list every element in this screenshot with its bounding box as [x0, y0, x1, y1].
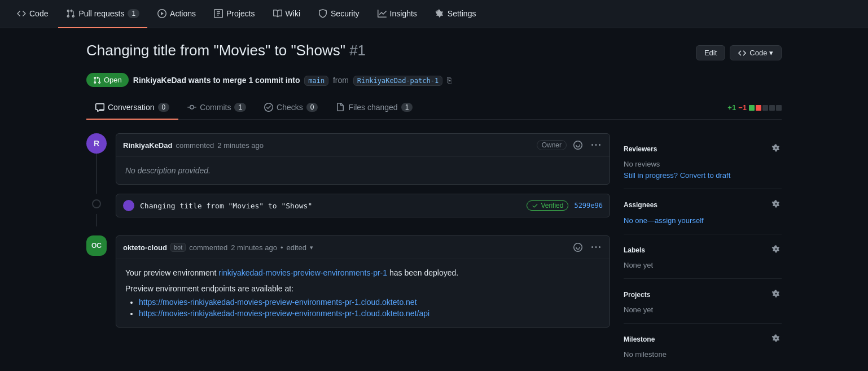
- timeline-left-commit: [86, 194, 107, 226]
- diff-blocks: [749, 105, 782, 111]
- bot-comment-body: Your preview environment rinkiyakedad-mo…: [116, 259, 610, 327]
- edited-label[interactable]: edited: [286, 243, 306, 252]
- projects-value: None yet: [624, 305, 782, 314]
- bot-comment-header-left: okteto-cloud bot commented 2 minutes ago…: [123, 243, 313, 252]
- base-branch: main: [304, 76, 328, 86]
- avatar-rinkiyakedad: R: [86, 133, 107, 154]
- assignees-header: Assignees: [624, 198, 782, 211]
- labels-gear-button[interactable]: [770, 243, 782, 256]
- tab-commits[interactable]: Commits 1: [178, 96, 255, 120]
- chevron-down-icon: ▾: [310, 244, 313, 251]
- milestone-gear-button[interactable]: [770, 333, 782, 346]
- commit-hash[interactable]: 5299e96: [574, 202, 603, 209]
- commit-row-wrapper: Changing title from "Movies" to "Shows" …: [86, 194, 610, 226]
- nav-security[interactable]: Security: [310, 0, 367, 28]
- milestone-header: Milestone: [624, 333, 782, 346]
- endpoint-url-1[interactable]: https://movies-rinkiyakedad-movies-previ…: [139, 298, 417, 307]
- bot-badge: bot: [170, 243, 186, 252]
- nav-insights[interactable]: Insights: [370, 0, 425, 28]
- more-options-button-1[interactable]: [589, 138, 603, 152]
- timeline: R RinkiyaKeDad commented 2 minutes ago: [86, 133, 610, 368]
- bot-intro-text: Your preview environment rinkiyakedad-mo…: [125, 268, 600, 277]
- top-nav: Code Pull requests 1 Actions Projects Wi…: [0, 0, 868, 28]
- tab-conversation[interactable]: Conversation 0: [86, 96, 178, 120]
- code-button[interactable]: Code ▾: [730, 45, 782, 60]
- nav-actions[interactable]: Actions: [150, 0, 204, 28]
- assignees-gear-button[interactable]: [770, 198, 782, 211]
- copy-icon[interactable]: ⎘: [447, 76, 451, 85]
- pr-title: Changing title from "Movies" to "Shows" …: [86, 42, 366, 59]
- assign-yourself-link[interactable]: No one—assign yourself: [624, 216, 704, 225]
- diff-stats: +1 −1: [727, 103, 782, 112]
- nav-code[interactable]: Code: [9, 0, 56, 28]
- endpoint-list: https://movies-rinkiyakedad-movies-previ…: [125, 298, 600, 318]
- nav-projects-label: Projects: [226, 9, 255, 18]
- add-reaction-button-bot[interactable]: [571, 241, 585, 254]
- diff-block-2: [756, 105, 761, 111]
- tab-files-changed[interactable]: Files changed 1: [327, 96, 422, 120]
- timeline-right-commit: Changing title from "Movies" to "Shows" …: [116, 194, 610, 226]
- endpoints-text: Preview environment endpoints are availa…: [125, 284, 600, 293]
- nav-wiki[interactable]: Wiki: [265, 0, 308, 28]
- assignees-title: Assignees: [624, 201, 657, 209]
- nav-wiki-label: Wiki: [286, 9, 300, 18]
- checks-count: 0: [306, 103, 318, 112]
- projects-gear-button[interactable]: [770, 288, 782, 301]
- edit-button[interactable]: Edit: [696, 45, 725, 60]
- timeline-right-bot: okteto-cloud bot commented 2 minutes ago…: [116, 235, 610, 337]
- commit-author-avatar: [123, 200, 134, 211]
- timeline-line-1: [96, 154, 97, 194]
- nav-projects[interactable]: Projects: [206, 0, 263, 28]
- nav-pull-requests[interactable]: Pull requests 1: [58, 0, 147, 28]
- commit-message: Changing title from "Movies" to "Shows": [140, 202, 312, 210]
- tab-checks[interactable]: Checks 0: [255, 96, 327, 120]
- add-reaction-button-1[interactable]: [571, 138, 585, 152]
- comment-header-right-1: Owner: [537, 138, 603, 152]
- pr-body: R RinkiyaKeDad commented 2 minutes ago: [86, 120, 782, 368]
- diff-block-5: [776, 105, 782, 111]
- nav-settings[interactable]: Settings: [427, 0, 484, 28]
- labels-value: None yet: [624, 261, 782, 269]
- milestone-title: Milestone: [624, 335, 655, 343]
- sidebar-assignees: Assignees No one—assign yourself: [624, 189, 782, 234]
- diff-add: +1: [727, 103, 736, 112]
- diff-block-1: [749, 105, 755, 111]
- diff-block-3: [762, 105, 768, 111]
- nav-settings-label: Settings: [448, 9, 476, 18]
- timeline-right-1: RinkiyaKeDad commented 2 minutes ago Own…: [116, 133, 610, 194]
- open-badge: Open: [86, 73, 129, 87]
- bot-comment-wrapper: OC okteto-cloud bot commented 2 minutes …: [86, 235, 610, 337]
- bullet-separator: •: [280, 243, 283, 252]
- pr-number: #1: [349, 42, 366, 59]
- reviewers-header: Reviewers: [624, 142, 782, 155]
- nav-pullrequests-badge: 1: [128, 9, 139, 18]
- projects-title: Projects: [624, 291, 650, 299]
- nav-pullrequests-label: Pull requests: [78, 9, 124, 18]
- pr-meta: RinkiyaKeDad wants to merge 1 commit int…: [133, 76, 451, 85]
- bot-author[interactable]: okteto-cloud: [123, 243, 167, 252]
- reviewers-title: Reviewers: [624, 145, 657, 153]
- timeline-left-bot: OC: [86, 235, 107, 337]
- bot-comment-card: okteto-cloud bot commented 2 minutes ago…: [116, 235, 610, 328]
- verified-badge: Verified: [527, 200, 568, 211]
- sidebar: Reviewers No reviews Still in progress? …: [624, 133, 782, 368]
- nav-code-label: Code: [29, 9, 48, 18]
- sidebar-projects: Projects None yet: [624, 279, 782, 324]
- sidebar-labels: Labels None yet: [624, 234, 782, 279]
- timeline-line-commit: [96, 214, 97, 226]
- reviewers-no-reviews: No reviews: [624, 160, 782, 168]
- main-content: Changing title from "Movies" to "Shows" …: [73, 28, 795, 368]
- more-options-button-bot[interactable]: [589, 241, 603, 254]
- comment-header-1: RinkiyaKeDad commented 2 minutes ago Own…: [116, 134, 610, 157]
- projects-header: Projects: [624, 288, 782, 301]
- avatar-okteto: OC: [86, 235, 107, 256]
- endpoint-url-2[interactable]: https://movies-rinkiyakedad-movies-previ…: [139, 309, 429, 318]
- comment-body-1: No description provided.: [116, 157, 610, 184]
- diff-del: −1: [738, 103, 747, 112]
- preview-env-link[interactable]: rinkiyakedad-movies-preview-environments…: [218, 268, 389, 277]
- comment-author-1[interactable]: RinkiyaKeDad: [123, 141, 172, 150]
- reviewers-gear-button[interactable]: [770, 142, 782, 155]
- pr-author-link[interactable]: RinkiyaKeDad wants to merge 1 commit int…: [133, 76, 300, 85]
- convert-to-draft-link[interactable]: Still in progress? Convert to draft: [624, 171, 730, 180]
- bot-comment-header-right: [571, 241, 603, 254]
